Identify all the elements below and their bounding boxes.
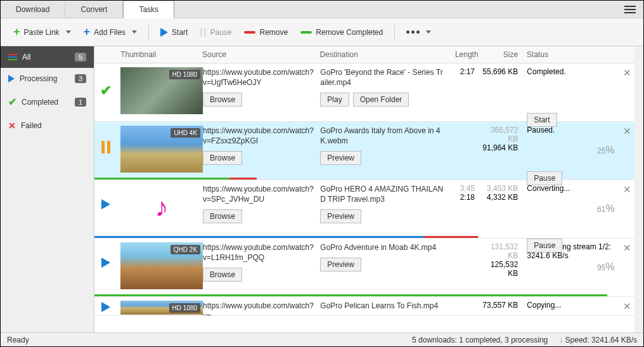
sidebar-item-processing[interactable]: Processing 3	[1, 68, 94, 89]
close-button[interactable]: ✕	[620, 67, 634, 79]
status-speed: Speed: 3241.64 KB/s	[565, 336, 637, 344]
add-files-label: Add Files	[94, 28, 126, 37]
sidebar-label: Completed	[22, 98, 58, 107]
status-downloads: 5 downloads: 1 completed, 3 processing	[412, 336, 548, 344]
close-button[interactable]: ✕	[620, 242, 634, 254]
sidebar-item-all[interactable]: All 5	[1, 46, 94, 68]
close-button[interactable]: ✕	[620, 184, 634, 195]
col-size[interactable]: Size	[479, 50, 522, 59]
chevron-down-icon	[66, 30, 71, 34]
start-button[interactable]: Start	[155, 25, 193, 39]
column-headers: Thumbnail Source Destination Length Size…	[94, 46, 634, 63]
size-value: 125,532 KB	[479, 260, 518, 278]
remove-completed-label: Remove Completed	[316, 28, 383, 37]
more-button[interactable]	[401, 28, 436, 36]
remove-button[interactable]: Remove	[239, 25, 293, 39]
start-label: Start	[172, 28, 188, 37]
length-value: 2:18	[448, 193, 475, 202]
status-text: Copying...	[522, 301, 619, 310]
length-value: 2:17	[448, 67, 479, 76]
paste-link-button[interactable]: + Paste Link	[8, 23, 76, 41]
count-badge: 3	[75, 74, 86, 83]
size-value: 91,964 KB	[479, 143, 518, 152]
col-status[interactable]: Status	[522, 50, 619, 59]
col-destination[interactable]: Destination	[320, 50, 448, 59]
play-icon	[101, 199, 110, 209]
browse-button[interactable]: Browse	[203, 209, 242, 223]
destination-file: GoPro 'Beyond the Race' - Series Trailer…	[320, 67, 444, 88]
menu-button[interactable]	[617, 6, 643, 13]
source-url: https://www.youtube.com/watch?v=L1RH1fm_…	[203, 242, 316, 263]
count-badge: 5	[75, 53, 86, 62]
pause-button[interactable]: Pause	[195, 25, 236, 39]
preview-button[interactable]: Preview	[320, 209, 361, 223]
status-bar: Ready 5 downloads: 1 completed, 3 proces…	[1, 332, 643, 346]
browse-button[interactable]: Browse	[203, 268, 242, 282]
preview-button[interactable]: Preview	[320, 151, 361, 165]
progress-bar	[94, 294, 634, 296]
source-url: https://www.youtube.com/watch?v=	[203, 301, 316, 316]
start-button[interactable]: Start	[527, 113, 557, 127]
thumbnail: QHD 2K	[120, 242, 203, 289]
source-url: https://www.youtube.com/watch?v=FZsxz9Zp…	[203, 126, 316, 146]
task-row[interactable]: QHD 2K https://www.youtube.com/watch?v=L…	[94, 239, 634, 297]
browse-button[interactable]: Browse	[203, 93, 242, 107]
close-button[interactable]: ✕	[620, 126, 634, 137]
destination-file: GoPro Pelican Learns To Fish.mp4	[320, 301, 444, 311]
count-badge: 1	[75, 98, 86, 107]
open-folder-button[interactable]: Open Folder	[353, 93, 409, 107]
dots-icon	[406, 30, 420, 34]
percent: 61%	[597, 197, 615, 216]
preview-button[interactable]: Preview	[320, 258, 361, 272]
thumbnail: ♪	[120, 184, 203, 231]
sidebar-item-failed[interactable]: ✕ Failed	[1, 114, 94, 137]
sidebar-item-completed[interactable]: ✔ Completed 1	[1, 89, 94, 114]
percent: 95%	[597, 255, 615, 275]
add-files-button[interactable]: + Add Files	[79, 23, 143, 41]
paste-link-label: Paste Link	[24, 28, 60, 37]
task-row[interactable]: ♪ https://www.youtube.com/watch?v=SPc_JV…	[94, 180, 634, 239]
quality-badge: UHD 4K	[171, 128, 200, 138]
pause-button[interactable]: Pause	[527, 239, 562, 252]
remove-completed-button[interactable]: Remove Completed	[295, 25, 388, 39]
browse-button[interactable]: Browse	[203, 151, 242, 165]
task-row[interactable]: HD 1080 https://www.youtube.com/watch?v=…	[94, 297, 634, 316]
status-ready: Ready	[7, 336, 29, 344]
tab-download[interactable]: Download	[1, 1, 65, 18]
tab-tasks[interactable]: Tasks	[123, 1, 174, 18]
quality-badge: QHD 2K	[171, 245, 200, 254]
thumbnail: UHD 4K	[120, 126, 203, 173]
scrollbar[interactable]	[634, 46, 643, 332]
destination-file: GoPro Awards Italy from Above in 4K.webm	[320, 126, 444, 146]
size-value: 73,557 KB	[479, 301, 522, 310]
col-thumbnail[interactable]: Thumbnail	[117, 50, 202, 59]
thumbnail: HD 1080	[120, 67, 203, 114]
close-button[interactable]: ✕	[620, 301, 634, 312]
x-icon: ✕	[8, 121, 16, 131]
source-url: https://www.youtube.com/watch?v=SPc_JVHw…	[203, 184, 316, 204]
tab-convert[interactable]: Convert	[65, 1, 123, 18]
col-length[interactable]: Length	[448, 50, 479, 59]
check-icon: ✔	[8, 96, 16, 108]
sidebar-label: All	[22, 53, 30, 62]
play-button[interactable]: Play	[320, 93, 349, 107]
play-icon	[8, 75, 15, 82]
quality-badge: HD 1080	[169, 303, 200, 313]
chevron-down-icon	[426, 30, 431, 34]
pause-icon	[200, 28, 206, 37]
source-url: https://www.youtube.com/watch?v=UgfTw6He…	[203, 67, 316, 88]
plus-icon: +	[84, 25, 91, 39]
pause-button[interactable]: Pause	[527, 171, 562, 185]
task-list[interactable]: ✔ HD 1080 https://www.youtube.com/watch?…	[94, 63, 634, 332]
length-total: 3:45	[448, 184, 475, 193]
col-source[interactable]: Source	[202, 50, 320, 59]
remove-label: Remove	[259, 28, 288, 37]
play-icon	[101, 258, 110, 268]
destination-file: GoPro Adventure in Moab 4K.mp4	[320, 242, 444, 252]
download-arrow-icon: ↓	[559, 336, 563, 344]
minus-icon	[300, 31, 312, 34]
hamburger-icon	[624, 6, 636, 13]
sidebar-label: Failed	[21, 121, 42, 130]
thumbnail: HD 1080	[120, 301, 203, 315]
destination-file: GoPro HERO 4 AMAZING THAILAND TRIP Trave…	[320, 184, 444, 204]
